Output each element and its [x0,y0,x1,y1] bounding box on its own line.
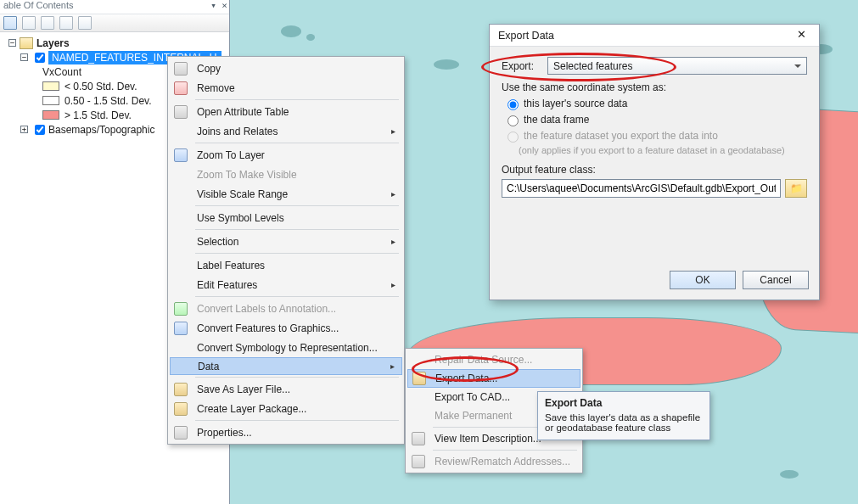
class-swatch [42,110,59,120]
class-swatch [42,81,59,91]
coord-system-label: Use the same coordinate system as: [502,81,807,93]
toc-toolbar [0,14,229,32]
ctx-save-as-layer-file[interactable]: Save As Layer File... [170,379,402,399]
radio-data-frame[interactable]: the data frame [503,113,807,126]
class-label: < 0.50 Std. Dev. [64,81,137,92]
class-label: > 1.5 Std. Dev. [64,109,132,121]
remove-icon [174,81,188,95]
tree-root[interactable]: − Layers [3,36,229,50]
ctx-visible-scale-range[interactable]: Visible Scale Range [170,184,402,204]
ok-button[interactable]: OK [670,271,736,289]
expand-icon[interactable]: + [20,126,28,133]
list-by-visibility-icon[interactable] [41,16,54,30]
export-data-icon [412,372,426,385]
options-icon[interactable] [78,16,92,30]
field-label: VxCount [27,66,81,78]
layers-label: Layers [36,37,70,49]
ctx-remove[interactable]: Remove [170,78,402,98]
table-icon [174,105,188,119]
ctx-convert-labels: Convert Labels to Annotation... [170,299,402,318]
sub-review-rematch: Review/Rematch Addresses... [407,452,580,471]
close-icon[interactable]: ✕ [788,28,814,43]
browse-button[interactable]: 📁 [785,179,807,198]
collapse-icon[interactable]: − [20,53,28,61]
output-label: Output feature class: [502,164,807,176]
copy-icon [174,62,188,76]
ctx-create-layer-package[interactable]: Create Layer Package... [170,399,402,418]
layer-visible-checkbox[interactable] [35,53,45,63]
dialog-titlebar[interactable]: Export Data ✕ [490,25,819,47]
ctx-zoom-to-layer[interactable]: Zoom To Layer [170,145,402,165]
export-label: Export: [502,60,547,72]
class-swatch [42,96,59,105]
ctx-selection[interactable]: Selection [170,232,402,251]
radio-feature-dataset: the feature dataset you export the data … [503,129,807,143]
toc-title: able Of Contents ▾ × [0,0,229,14]
ctx-open-attribute-table[interactable]: Open Attribute Table [170,102,402,121]
toc-pin-close[interactable]: ▾ × [210,0,227,11]
list-by-drawing-order-icon[interactable] [3,16,17,30]
export-value: Selected features [553,60,632,72]
dialog-title: Export Data [498,30,554,42]
ctx-properties[interactable]: Properties... [170,423,402,442]
description-icon [412,432,425,445]
package-icon [174,402,188,416]
tooltip-body: Save this layer's data as a shapefile or… [545,412,703,433]
ctx-data[interactable]: Data [170,357,402,375]
ctx-edit-features[interactable]: Edit Features [170,275,402,294]
save-icon [174,383,188,396]
tooltip-title: Export Data [545,397,703,409]
cancel-button[interactable]: Cancel [743,271,809,289]
sub-repair-data-source: Repair Data Source... [407,350,580,369]
class-label: 0.50 - 1.5 Std. Dev. [64,95,152,107]
convert-features-icon [174,322,188,335]
ctx-copy[interactable]: Copy [170,59,402,78]
sub-export-data[interactable]: Export Data... [407,369,580,388]
list-by-selection-icon[interactable] [59,16,73,30]
export-data-tooltip: Export Data Save this layer's data as a … [537,391,710,440]
layer-context-menu[interactable]: Copy Remove Open Attribute Table Joins a… [167,56,405,445]
list-by-source-icon[interactable] [22,16,36,30]
folder-icon: 📁 [790,182,803,194]
ctx-use-symbol-levels[interactable]: Use Symbol Levels [170,208,402,227]
radio-input [508,132,519,143]
layer-visible-checkbox[interactable] [35,125,45,135]
ctx-convert-symbology[interactable]: Convert Symbology to Representation... [170,338,402,357]
radio-layer-source[interactable]: this layer's source data [503,97,807,110]
properties-icon [174,426,188,440]
ctx-convert-features[interactable]: Convert Features to Graphics... [170,318,402,338]
ctx-joins-relates[interactable]: Joins and Relates [170,121,402,141]
review-icon [412,455,425,468]
export-data-dialog: Export Data ✕ Export: Selected features … [489,24,820,300]
export-dropdown[interactable]: Selected features [547,57,807,75]
collapse-icon[interactable]: − [8,39,16,47]
radio-input[interactable] [508,115,519,126]
ctx-zoom-to-visible: Zoom To Make Visible [170,165,402,184]
ctx-label-features[interactable]: Label Features [170,255,402,275]
output-path-input[interactable] [502,179,781,198]
layers-icon [20,37,33,49]
layer-label: Basemaps/Topographic [48,124,154,136]
convert-labels-icon [174,302,188,316]
radio-input[interactable] [508,99,519,110]
zoom-icon [174,148,188,162]
radio-note: (only applies if you export to a feature… [519,145,807,155]
